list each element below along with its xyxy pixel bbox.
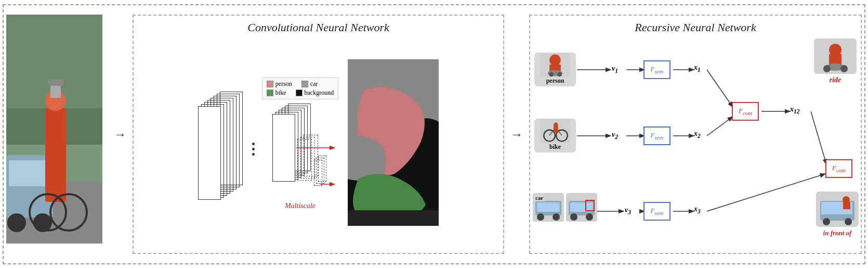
fcom-box-top: Fcom xyxy=(732,102,759,121)
fsem-label-2: Fsem xyxy=(651,131,664,141)
car-label: car xyxy=(534,194,545,201)
x12-label: x12 xyxy=(790,105,800,115)
svg-rect-46 xyxy=(554,127,558,133)
svg-line-27 xyxy=(707,117,733,136)
svg-rect-8 xyxy=(45,108,66,202)
rnn-nodes: person v1 Fsem x1 Fcom x12 Fcom xyxy=(530,34,861,253)
svg-point-56 xyxy=(586,213,593,221)
svg-rect-60 xyxy=(829,54,841,65)
svg-point-50 xyxy=(537,213,544,221)
person-thumb: person xyxy=(534,53,576,86)
rnn-section: Recursive Neural Network xyxy=(529,15,862,254)
bike-thumb: bike xyxy=(534,119,576,152)
svg-point-68 xyxy=(845,218,852,225)
cnn-section: Convolutional Neural Network xyxy=(133,15,504,254)
svg-rect-70 xyxy=(843,202,850,209)
svg-point-38 xyxy=(549,72,554,77)
seg-svg xyxy=(348,59,439,226)
rnn-title: Recursive Neural Network xyxy=(635,21,756,34)
cnn-title: Convolutional Neural Network xyxy=(247,21,389,34)
fsem-box-1: Fsem xyxy=(643,60,670,79)
infront-label: in front of xyxy=(816,229,859,237)
fsem-label-1: Fsem xyxy=(651,65,664,74)
v1-label: v1 xyxy=(612,65,618,74)
x3-label: x3 xyxy=(694,205,701,215)
multiscale-arrows-svg xyxy=(262,104,335,200)
fcom-label-top: Fcom xyxy=(739,107,752,116)
main-diagram: → Convolutional Neural Network xyxy=(3,4,865,264)
result-ride-thumb: ride xyxy=(814,39,857,84)
car-thumbs: car xyxy=(533,193,597,224)
multiscale-section: person car bike xyxy=(262,78,338,210)
cnn-content: person car bike xyxy=(134,34,503,253)
segmentation-image xyxy=(348,59,439,228)
svg-line-33 xyxy=(707,174,825,211)
ride-label: ride xyxy=(814,76,857,84)
v3-label: v3 xyxy=(625,206,631,216)
svg-rect-49 xyxy=(537,202,560,212)
legend-person: person xyxy=(275,80,292,88)
person-label: person xyxy=(545,77,565,85)
svg-rect-5 xyxy=(9,160,48,186)
legend: person car bike xyxy=(262,78,338,99)
x1-label: x1 xyxy=(694,63,701,73)
svg-point-63 xyxy=(840,65,848,72)
fsem-box-2: Fsem xyxy=(643,126,670,145)
svg-line-29 xyxy=(811,111,826,164)
conv-layer-stack-1 xyxy=(198,92,245,196)
v2-label: v2 xyxy=(612,131,618,141)
input-photo-section xyxy=(6,15,108,254)
x2-label: x2 xyxy=(694,130,701,139)
cnn-to-rnn-arrow: → xyxy=(510,127,523,142)
svg-point-39 xyxy=(557,72,562,77)
svg-rect-13 xyxy=(48,80,63,86)
bike-label: bike xyxy=(548,143,562,151)
multiscale-label: Multiscale xyxy=(262,202,338,210)
fcom-box-bottom: Fcom xyxy=(825,159,852,178)
svg-point-6 xyxy=(7,213,26,232)
svg-point-67 xyxy=(823,218,830,225)
legend-background: background xyxy=(305,89,334,97)
svg-point-35 xyxy=(549,55,561,66)
svg-line-23 xyxy=(707,70,733,107)
svg-point-62 xyxy=(823,65,831,72)
svg-rect-18 xyxy=(348,210,439,226)
photo-to-cnn-arrow: → xyxy=(114,127,126,142)
legend-car: car xyxy=(310,80,318,88)
fsem-box-3: Fsem xyxy=(643,202,670,221)
svg-point-51 xyxy=(553,213,560,221)
bicycle-race-photo xyxy=(6,15,102,244)
result-infront-thumb: in front of xyxy=(816,192,859,237)
fsem-label-3: Fsem xyxy=(651,207,664,216)
legend-bike: bike xyxy=(275,89,286,97)
multiscale-layers xyxy=(262,104,335,200)
fcom-label-bottom: Fcom xyxy=(832,164,846,173)
dots-separator xyxy=(252,143,255,156)
svg-rect-12 xyxy=(50,85,61,98)
svg-point-55 xyxy=(570,213,577,221)
